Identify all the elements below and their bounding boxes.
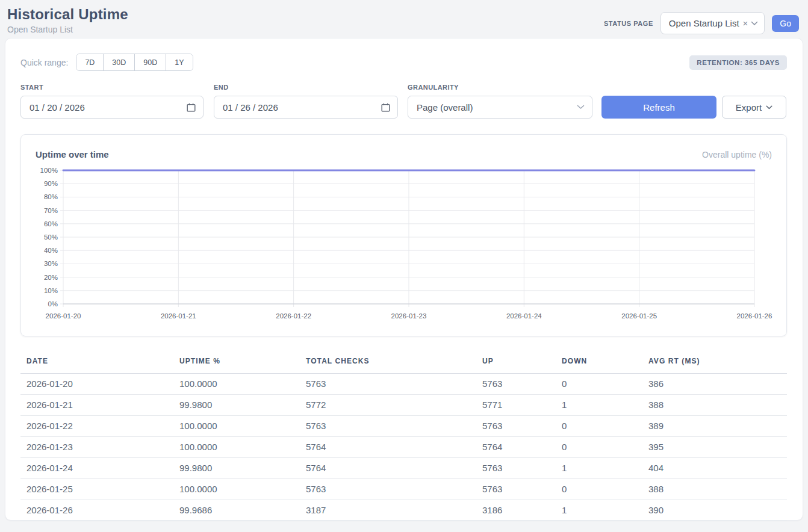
end-date-input[interactable]: 01 / 26 / 2026 (214, 96, 398, 119)
end-date-value: 01 / 26 / 2026 (223, 102, 278, 113)
end-date-field: END 01 / 26 / 2026 (214, 84, 398, 119)
table-cell: 99.9686 (173, 500, 300, 521)
granularity-select[interactable]: Page (overall) (408, 96, 592, 119)
start-date-input[interactable]: 01 / 20 / 2026 (20, 96, 204, 119)
uptime-table-body: 2026-01-20100.00005763576303862026-01-21… (20, 374, 787, 521)
table-cell: 3187 (300, 500, 476, 521)
table-cell: 5763 (476, 479, 556, 500)
svg-text:2026-01-24: 2026-01-24 (506, 312, 542, 320)
page-header: Historical Uptime Open Startup List STAT… (0, 0, 808, 38)
export-button-label: Export (736, 102, 762, 113)
table-cell: 388 (642, 395, 787, 416)
quick-range-1y[interactable]: 1Y (166, 54, 192, 70)
uptime-chart-card: Uptime over time Overall uptime (%) 0%10… (20, 134, 787, 336)
svg-text:40%: 40% (44, 247, 58, 254)
svg-text:2026-01-22: 2026-01-22 (276, 312, 311, 320)
quick-range-row: Quick range: 7D 30D 90D 1Y RETENTION: 36… (20, 54, 787, 71)
table-cell: 5772 (300, 395, 476, 416)
table-cell: 3186 (476, 500, 556, 521)
calendar-icon[interactable] (187, 103, 196, 112)
quick-range-7d[interactable]: 7D (76, 54, 103, 70)
svg-text:2026-01-21: 2026-01-21 (161, 312, 196, 320)
table-cell: 5763 (476, 374, 556, 395)
table-cell: 395 (642, 437, 787, 458)
col-up: UP (476, 351, 556, 374)
col-uptime: UPTIME % (173, 351, 300, 374)
col-total-checks: TOTAL CHECKS (300, 351, 476, 374)
granularity-label: GRANULARITY (408, 84, 592, 91)
export-button[interactable]: Export (722, 96, 786, 119)
svg-text:60%: 60% (44, 220, 58, 227)
table-cell: 404 (642, 458, 787, 479)
svg-text:100%: 100% (40, 167, 58, 174)
table-cell: 5771 (476, 395, 556, 416)
svg-text:2026-01-20: 2026-01-20 (46, 312, 81, 320)
table-cell: 1 (556, 395, 642, 416)
table-row: 2026-01-2199.9800577257711388 (20, 395, 787, 416)
refresh-button[interactable]: Refresh (601, 96, 716, 119)
table-row: 2026-01-2499.9800576457631404 (20, 458, 787, 479)
col-date: DATE (20, 351, 173, 374)
table-cell: 2026-01-21 (20, 395, 173, 416)
table-cell: 5764 (300, 437, 476, 458)
table-cell: 100.0000 (173, 479, 300, 500)
table-cell: 386 (642, 374, 787, 395)
calendar-icon[interactable] (381, 103, 390, 112)
svg-text:80%: 80% (44, 193, 58, 200)
table-row: 2026-01-25100.0000576357630388 (20, 479, 787, 500)
table-cell: 390 (642, 500, 787, 521)
table-header-row: DATE UPTIME % TOTAL CHECKS UP DOWN AVG R… (20, 351, 787, 374)
table-row: 2026-01-20100.0000576357630386 (20, 374, 787, 395)
table-cell: 2026-01-26 (20, 500, 173, 521)
chevron-down-icon (766, 105, 772, 110)
status-page-label: STATUS PAGE (604, 20, 653, 27)
status-page-select[interactable]: Open Startup List × (660, 12, 765, 34)
table-row: 2026-01-22100.0000576357630389 (20, 416, 787, 437)
table-cell: 100.0000 (173, 416, 300, 437)
uptime-table-head: DATE UPTIME % TOTAL CHECKS UP DOWN AVG R… (20, 351, 787, 374)
chart-legend: Overall uptime (%) (702, 150, 772, 159)
chevron-down-icon (577, 105, 585, 110)
retention-badge: RETENTION: 365 DAYS (689, 55, 787, 70)
svg-text:90%: 90% (44, 180, 58, 187)
clear-icon[interactable]: × (743, 18, 748, 28)
table-cell: 2026-01-23 (20, 437, 173, 458)
svg-text:70%: 70% (44, 207, 58, 214)
quick-range-90d[interactable]: 90D (134, 54, 166, 70)
start-label: START (20, 84, 204, 91)
status-page-value: Open Startup List (669, 18, 739, 28)
page-heading: Historical Uptime Open Startup List (7, 6, 128, 34)
chart-header: Uptime over time Overall uptime (%) (36, 149, 772, 159)
table-cell: 100.0000 (173, 374, 300, 395)
svg-text:10%: 10% (44, 287, 58, 294)
table-cell: 389 (642, 416, 787, 437)
table-cell: 99.9800 (173, 395, 300, 416)
svg-text:20%: 20% (44, 274, 58, 281)
chart-title: Uptime over time (36, 149, 109, 159)
col-avg-rt: AVG RT (MS) (642, 351, 787, 374)
chart-area: 0%10%20%30%40%50%60%70%80%90%100%2026-01… (36, 170, 772, 326)
table-cell: 5763 (300, 374, 476, 395)
table-cell: 1 (556, 458, 642, 479)
table-cell: 2026-01-24 (20, 458, 173, 479)
table-cell: 99.9800 (173, 458, 300, 479)
quick-range-30d[interactable]: 30D (103, 54, 134, 70)
uptime-line-chart: 0%10%20%30%40%50%60%70%80%90%100%2026-01… (63, 170, 754, 326)
table-row: 2026-01-23100.0000576457640395 (20, 437, 787, 458)
svg-text:30%: 30% (44, 260, 58, 267)
table-cell: 5764 (300, 458, 476, 479)
col-down: DOWN (556, 351, 642, 374)
table-cell: 388 (642, 479, 787, 500)
svg-text:2026-01-26: 2026-01-26 (737, 312, 772, 320)
filters-row: START 01 / 20 / 2026 END 01 / 26 / 2026 (20, 84, 787, 119)
table-cell: 0 (556, 374, 642, 395)
table-cell: 2026-01-20 (20, 374, 173, 395)
svg-text:2026-01-23: 2026-01-23 (391, 312, 427, 320)
table-cell: 100.0000 (173, 437, 300, 458)
granularity-field: GRANULARITY Page (overall) (408, 84, 592, 119)
uptime-table: DATE UPTIME % TOTAL CHECKS UP DOWN AVG R… (20, 351, 787, 521)
table-row: 2026-01-2699.9686318731861390 (20, 500, 787, 521)
quick-range-label: Quick range: (20, 58, 68, 67)
quick-range-group: 7D 30D 90D 1Y (76, 54, 193, 71)
go-button[interactable]: Go (772, 15, 799, 32)
